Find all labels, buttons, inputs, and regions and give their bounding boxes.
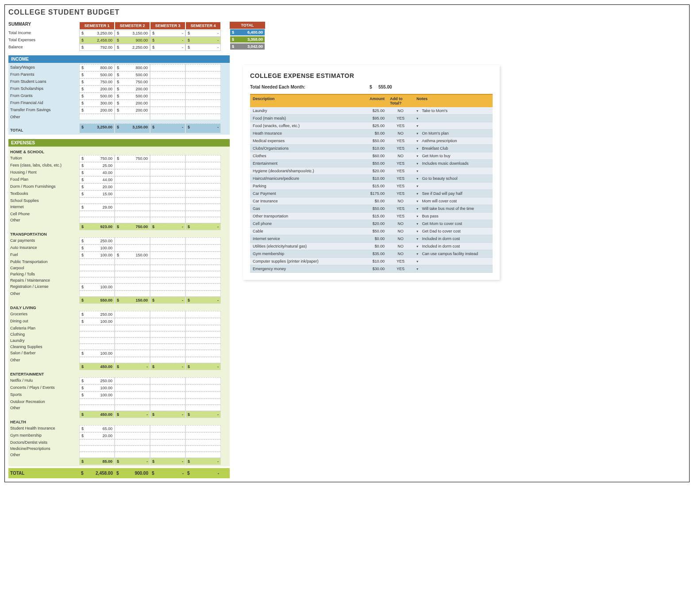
expense-cell[interactable]: $100.00 bbox=[79, 384, 115, 391]
expense-cell[interactable] bbox=[115, 244, 150, 252]
expense-cell[interactable] bbox=[150, 277, 185, 283]
income-cell[interactable]: $200.00 bbox=[115, 85, 150, 93]
summary-cell[interactable]: $- bbox=[185, 44, 221, 51]
expense-cell[interactable] bbox=[115, 432, 150, 439]
summary-cell[interactable]: $2,458.00 bbox=[79, 37, 115, 44]
estimator-add-select[interactable]: NO bbox=[387, 198, 414, 205]
expense-cell[interactable]: $750.00 bbox=[79, 155, 115, 162]
estimator-amount[interactable]: $50.00 bbox=[361, 205, 387, 212]
summary-cell[interactable]: $- bbox=[150, 30, 185, 37]
expense-cell[interactable] bbox=[150, 190, 185, 198]
estimator-notes[interactable]: ▾ Included in dorm cost bbox=[414, 235, 493, 242]
estimator-add-select[interactable]: YES bbox=[387, 265, 414, 272]
estimator-add-select[interactable]: NO bbox=[387, 228, 414, 235]
dropdown-icon[interactable]: ▾ bbox=[416, 139, 421, 143]
expense-cell[interactable]: $100.00 bbox=[79, 391, 115, 399]
expense-cell[interactable] bbox=[150, 439, 185, 446]
expense-cell[interactable] bbox=[185, 452, 221, 458]
expense-cell[interactable] bbox=[79, 198, 115, 204]
summary-cell[interactable]: $- bbox=[185, 37, 221, 44]
summary-cell[interactable]: $2,250.00 bbox=[115, 44, 150, 51]
estimator-notes[interactable]: ▾ Get Mom to cover cost bbox=[414, 220, 493, 227]
expense-cell[interactable] bbox=[79, 439, 115, 446]
estimator-notes[interactable]: ▾ bbox=[414, 115, 493, 122]
expense-cell[interactable] bbox=[185, 271, 221, 277]
expense-cell[interactable] bbox=[79, 399, 115, 405]
estimator-amount[interactable]: $0.00 bbox=[361, 198, 387, 205]
expense-cell[interactable] bbox=[185, 384, 221, 391]
income-cell[interactable] bbox=[150, 114, 185, 120]
expense-cell[interactable] bbox=[79, 357, 115, 363]
estimator-notes[interactable]: ▾ Go to beauty school bbox=[414, 175, 493, 182]
estimator-notes[interactable]: ▾ Take to Mom's bbox=[414, 107, 493, 114]
expense-cell[interactable] bbox=[185, 198, 221, 204]
expense-cell[interactable]: $20.00 bbox=[79, 432, 115, 439]
dropdown-icon[interactable]: ▾ bbox=[416, 244, 421, 248]
expense-cell[interactable] bbox=[115, 283, 150, 291]
expense-cell[interactable] bbox=[150, 271, 185, 277]
dropdown-icon[interactable]: ▾ bbox=[416, 237, 421, 241]
expense-cell[interactable] bbox=[185, 318, 221, 325]
dropdown-icon[interactable]: ▾ bbox=[416, 192, 421, 196]
dropdown-icon[interactable]: ▾ bbox=[416, 199, 421, 203]
expense-cell[interactable] bbox=[115, 391, 150, 399]
expense-cell[interactable] bbox=[79, 217, 115, 223]
expense-cell[interactable] bbox=[79, 265, 115, 271]
estimator-add-select[interactable]: NO bbox=[387, 130, 414, 137]
estimator-amount[interactable]: $50.00 bbox=[361, 137, 387, 144]
expense-cell[interactable] bbox=[185, 311, 221, 318]
expense-cell[interactable] bbox=[185, 265, 221, 271]
expense-cell[interactable] bbox=[185, 399, 221, 405]
expense-cell[interactable] bbox=[115, 169, 150, 176]
income-cell[interactable] bbox=[115, 114, 150, 120]
expense-cell[interactable] bbox=[185, 204, 221, 211]
dropdown-icon[interactable]: ▾ bbox=[416, 154, 421, 158]
income-cell[interactable]: $200.00 bbox=[115, 107, 150, 114]
expense-cell[interactable] bbox=[185, 169, 221, 176]
dropdown-icon[interactable]: ▾ bbox=[416, 109, 421, 113]
expense-cell[interactable] bbox=[79, 259, 115, 265]
expense-cell[interactable] bbox=[115, 237, 150, 244]
estimator-amount[interactable]: $20.00 bbox=[361, 167, 387, 174]
expense-cell[interactable] bbox=[150, 331, 185, 337]
income-cell[interactable]: $500.00 bbox=[79, 93, 115, 100]
expense-cell[interactable] bbox=[185, 252, 221, 259]
estimator-add-select[interactable]: YES bbox=[387, 182, 414, 190]
income-cell[interactable]: $750.00 bbox=[115, 78, 150, 85]
expense-cell[interactable] bbox=[79, 271, 115, 277]
expense-cell[interactable] bbox=[150, 318, 185, 325]
expense-cell[interactable] bbox=[115, 446, 150, 452]
expense-cell[interactable] bbox=[150, 337, 185, 344]
estimator-amount[interactable]: $25.00 bbox=[361, 107, 387, 114]
estimator-notes[interactable]: ▾ bbox=[414, 122, 493, 129]
expense-cell[interactable] bbox=[79, 211, 115, 217]
expense-cell[interactable] bbox=[150, 211, 185, 217]
expense-cell[interactable]: $750.00 bbox=[115, 155, 150, 162]
estimator-notes[interactable]: ▾ bbox=[414, 182, 493, 190]
expense-cell[interactable] bbox=[185, 277, 221, 283]
summary-cell[interactable]: $3,250.00 bbox=[79, 30, 115, 37]
expense-cell[interactable] bbox=[115, 204, 150, 211]
estimator-amount[interactable]: $15.00 bbox=[361, 182, 387, 190]
expense-cell[interactable] bbox=[79, 446, 115, 452]
expense-cell[interactable] bbox=[150, 217, 185, 223]
expense-cell[interactable] bbox=[79, 277, 115, 283]
expense-cell[interactable]: $20.00 bbox=[79, 183, 115, 190]
expense-cell[interactable] bbox=[185, 350, 221, 357]
expense-cell[interactable] bbox=[185, 217, 221, 223]
estimator-notes[interactable]: ▾ Bus pass bbox=[414, 213, 493, 220]
expense-cell[interactable] bbox=[185, 344, 221, 350]
expense-cell[interactable] bbox=[185, 291, 221, 297]
estimator-amount[interactable]: $10.00 bbox=[361, 145, 387, 152]
income-cell[interactable] bbox=[185, 71, 221, 78]
income-cell[interactable]: $500.00 bbox=[79, 71, 115, 78]
expense-cell[interactable] bbox=[150, 325, 185, 331]
expense-cell[interactable] bbox=[150, 311, 185, 318]
expense-cell[interactable]: $100.00 bbox=[79, 318, 115, 325]
summary-cell[interactable]: $- bbox=[185, 30, 221, 37]
income-cell[interactable] bbox=[185, 85, 221, 93]
estimator-amount[interactable]: $20.00 bbox=[361, 220, 387, 227]
expense-cell[interactable]: $44.00 bbox=[79, 176, 115, 183]
expense-cell[interactable] bbox=[115, 291, 150, 297]
expense-cell[interactable] bbox=[115, 384, 150, 391]
